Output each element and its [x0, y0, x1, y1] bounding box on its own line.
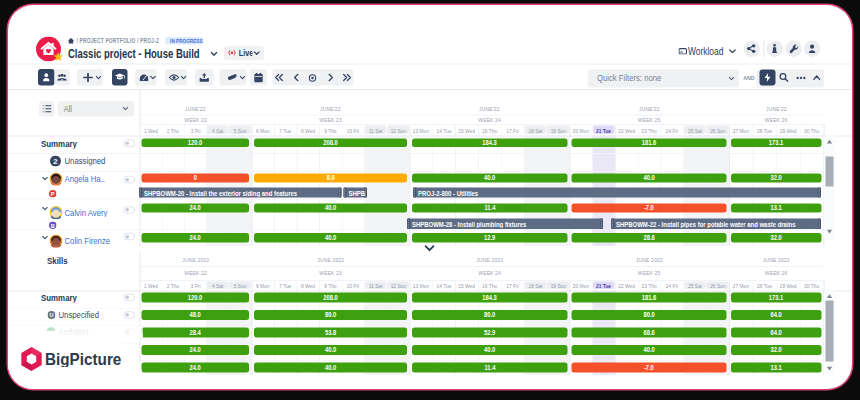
svg-text:B: B	[51, 222, 55, 228]
svg-text:P: P	[51, 191, 55, 197]
svg-text:2: 2	[53, 157, 58, 166]
svg-text:U: U	[49, 312, 53, 318]
